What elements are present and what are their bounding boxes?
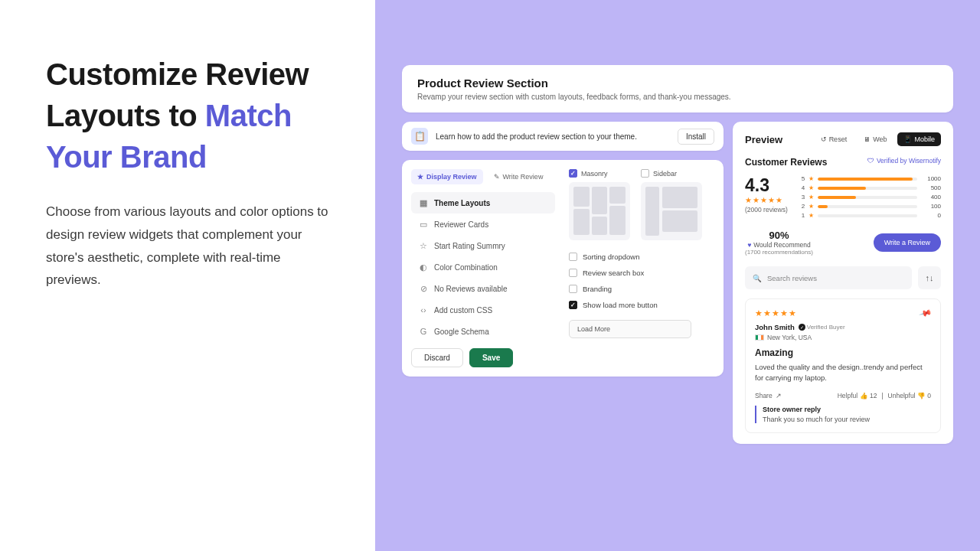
review-location: New York, USA [755,334,931,341]
hero-headline: Customize Review Layouts to Match Your B… [46,54,333,178]
masonry-preview [569,182,630,240]
tab-display-review[interactable]: ★Display Review [411,169,483,184]
section-title: Product Review Section [417,77,938,90]
review-body: Loved the quality and the design..trendy… [755,362,931,384]
layout-option-sidebar[interactable]: Sidebar [641,169,702,240]
sidebar-item-css[interactable]: ‹›Add custom CSS [411,299,555,321]
config-area: Masonry Sidebar [555,169,714,367]
heart-icon: ♥ [747,241,751,249]
review-author: John Smith ✓Verified Buyer [755,323,931,331]
card-icon: ▭ [419,220,428,229]
helpful-button[interactable]: Helpful 👍 12 [838,392,877,399]
unhelpful-button[interactable]: Unhelpful 👎 0 [888,392,931,399]
desktop-icon: 🖥 [864,135,871,143]
sort-icon: ↑↓ [926,273,934,282]
shield-icon: 🛡 [867,157,874,165]
review-item: ★★★★★ 📌 John Smith ✓Verified Buyer New Y… [745,298,941,433]
flag-icon [755,334,764,341]
install-button[interactable]: Install [678,129,714,145]
review-stars-icon: ★★★★★ [755,308,797,318]
sidebar-item-theme-layouts[interactable]: ▦Theme Layouts [411,192,555,214]
verified-badge: 🛡Verified by Wisernotify [867,157,941,165]
reset-button[interactable]: ↺Reset [815,132,854,146]
sidebar-item-schema[interactable]: GGoogle Schema [411,321,555,342]
settings-sidebar: ★Display Review ✎Write Review ▦Theme Lay… [411,169,555,367]
mobile-icon: 📱 [903,135,912,143]
star-icon: ★ [417,173,423,181]
empty-icon: ⊘ [419,284,428,293]
option-branding[interactable]: Branding [569,285,714,293]
section-header: Product Review Section Revamp your revie… [402,65,953,112]
customer-reviews-title: Customer Reviews [745,157,827,168]
settings-panel: ★Display Review ✎Write Review ▦Theme Lay… [402,160,724,377]
sidebar-item-reviewer-cards[interactable]: ▭Reviewer Cards [411,214,555,235]
recommend-stat: 90% ♥Would Recommend (1700 recommendatio… [745,230,813,256]
save-button[interactable]: Save [469,348,513,367]
sidebar-item-star-rating[interactable]: ☆Start Rating Summry [411,235,555,256]
layout-option-masonry[interactable]: Masonry [569,169,630,240]
write-review-button[interactable]: Write a Review [874,233,941,252]
discard-button[interactable]: Discard [411,348,463,367]
web-toggle[interactable]: 🖥Web [858,132,893,146]
reset-icon: ↺ [821,135,827,143]
layout-icon: ▦ [419,198,428,207]
check-icon: ✓ [799,324,805,331]
hero-pane: Customize Review Layouts to Match Your B… [0,0,375,551]
search-icon: 🔍 [753,274,762,282]
preview-panel: Preview ↺Reset 🖥Web 📱Mobile Customer Rev… [733,122,953,444]
thumbs-up-icon: 👍 [860,392,868,399]
checkbox-sidebar[interactable] [641,169,649,178]
hero-subtitle: Choose from various layouts and color op… [46,201,333,292]
sidebar-preview [641,182,702,240]
mobile-toggle[interactable]: 📱Mobile [897,132,941,146]
share-button[interactable]: Share↗ [755,392,782,399]
learn-icon: 📋 [411,128,428,145]
option-sorting[interactable]: Sorting dropdown [569,253,714,261]
loadmore-input[interactable] [569,320,691,338]
learn-bar: 📋 Learn how to add the product review se… [402,122,724,151]
rating-summary: 4.3 ★★★★★ (2000 reviews) [745,175,788,214]
search-input[interactable]: 🔍Search reviews [745,266,912,289]
thumbs-down-icon: 👎 [917,392,926,399]
sidebar-item-color[interactable]: ◐Color Combination [411,256,555,278]
review-title: Amazing [755,347,931,358]
app-pane: Product Review Section Revamp your revie… [375,0,980,551]
rating-bars: 5★10004★5003★4002★1001★0 [802,175,941,219]
palette-icon: ◐ [419,262,428,272]
star-icon: ☆ [419,241,428,250]
share-icon: ↗ [776,392,782,399]
stars-icon: ★★★★★ [745,196,788,204]
pen-icon: ✎ [494,173,500,181]
sidebar-item-no-reviews[interactable]: ⊘No Reviews available [411,278,555,299]
store-reply: Store owner reply Thank you so much for … [755,406,931,423]
google-icon: G [419,327,428,336]
option-search[interactable]: Review search box [569,269,714,277]
code-icon: ‹› [419,305,428,315]
learn-text: Learn how to add the product review sect… [436,132,670,141]
option-loadmore[interactable]: Show load more button [569,301,714,309]
tab-write-review[interactable]: ✎Write Review [488,169,550,184]
checkbox-masonry[interactable] [569,169,577,178]
preview-title: Preview [745,134,782,145]
pin-icon[interactable]: 📌 [919,306,933,320]
sort-button[interactable]: ↑↓ [918,266,941,289]
section-desc: Revamp your review section with custom l… [417,93,938,101]
